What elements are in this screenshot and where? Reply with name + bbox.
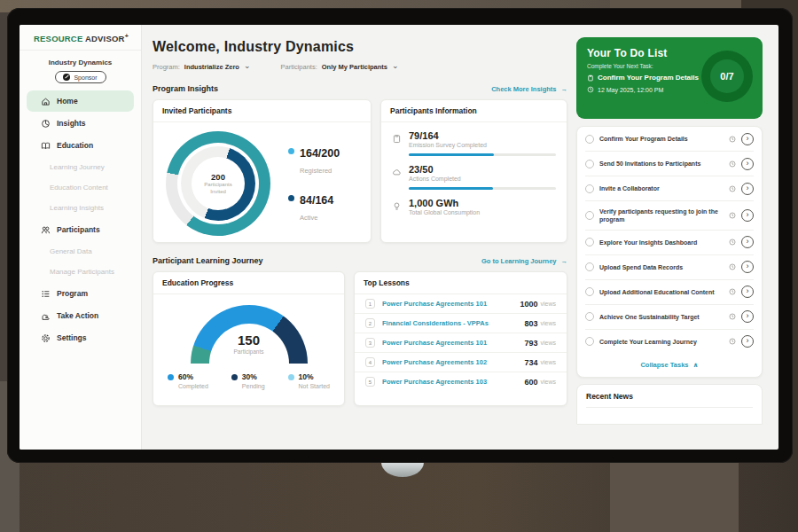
todo-item-label: Upload Additional Educational Content <box>599 288 724 296</box>
sidebar-item-general-data[interactable]: General Data <box>20 241 141 262</box>
todo-item-label: Explore Your Insights Dashboard <box>599 239 724 246</box>
todo-item-label: Verify participants requesting to join t… <box>599 207 724 224</box>
stat-row: 23/50 Actions Completed <box>381 156 567 182</box>
checkbox-icon[interactable] <box>585 211 594 220</box>
checkbox-icon[interactable] <box>585 160 594 168</box>
sidebar-item-label: Education Content <box>50 184 108 192</box>
todo-item[interactable]: Achieve One Sustainability Target › <box>585 304 754 329</box>
todo-item[interactable]: Confirm Your Program Details › <box>585 127 754 151</box>
card-title: Education Progress <box>153 272 344 294</box>
lesson-row: 1 Power Purchase Agreements 101 1000 vie… <box>355 294 567 314</box>
program-insights-header: Program Insights Check More Insights → <box>153 84 567 93</box>
chevron-right-button[interactable]: › <box>741 310 754 323</box>
top-lessons-card: Top Lessons 1 Power Purchase Agreements … <box>354 271 567 406</box>
lesson-rank: 2 <box>365 318 375 328</box>
sidebar-item-learning-insights[interactable]: Learning Insights <box>20 198 141 218</box>
todo-item[interactable]: Explore Your Insights Dashboard › <box>585 230 754 254</box>
invited-chart-body: 200 Participants Invited 164/200 Registe… <box>153 122 371 236</box>
checkbox-icon[interactable] <box>585 135 594 144</box>
sidebar-item-settings[interactable]: Settings <box>27 327 134 348</box>
org-name: Industry Dynamics <box>20 59 141 66</box>
clock-icon <box>729 185 736 192</box>
chevron-right-button[interactable]: › <box>741 286 754 298</box>
todo-item[interactable]: Upload Spend Data Records › <box>585 254 754 279</box>
chevron-right-button[interactable]: › <box>741 335 754 348</box>
sidebar-item-home[interactable]: Home <box>27 90 134 112</box>
chevron-down-icon[interactable]: ⌄ <box>244 62 251 70</box>
logo-primary: RESOURCE <box>34 34 82 43</box>
todo-item[interactable]: Verify participants requesting to join t… <box>585 200 754 230</box>
clock-icon <box>729 288 736 295</box>
sidebar-item-learning-journey[interactable]: Learning Journey <box>20 157 141 177</box>
lesson-link[interactable]: Power Purchase Agreements 101 <box>382 300 520 308</box>
program-filter[interactable]: Program: Industrialize Zero ⌄ <box>153 63 251 71</box>
collapse-tasks-link[interactable]: Collapse Tasks∧ <box>585 354 754 377</box>
clock-icon <box>729 239 736 246</box>
chevron-right-button[interactable]: › <box>741 183 754 195</box>
checkbox-icon[interactable] <box>585 184 594 193</box>
chevron-down-icon[interactable]: ⌄ <box>392 62 399 70</box>
checkbox-icon[interactable] <box>585 238 594 246</box>
chevron-right-icon: › <box>747 135 749 143</box>
sidebar-item-label: Learning Insights <box>50 204 104 212</box>
participants-information-card: Participants Information 79/164 Emission… <box>380 99 567 243</box>
stat-value: 79/164 <box>409 130 487 141</box>
chevron-right-button[interactable]: › <box>741 133 754 145</box>
people-icon <box>41 225 51 235</box>
background-desk-band <box>610 463 739 532</box>
lesson-link[interactable]: Power Purchase Agreements 103 <box>382 378 524 386</box>
sidebar-item-education-content[interactable]: Education Content <box>20 177 141 198</box>
chevron-right-button[interactable]: › <box>741 261 754 273</box>
participants-filter-label: Participants: <box>281 63 317 71</box>
stat-value: 1,000 GWh <box>409 198 480 208</box>
todo-item[interactable]: Upload Additional Educational Content › <box>585 279 754 304</box>
chevron-right-button[interactable]: › <box>741 158 754 170</box>
checkbox-icon[interactable] <box>585 312 594 321</box>
list-icon <box>41 289 51 299</box>
education-progress-card: Education Progress 150 Participants 60% … <box>153 271 345 406</box>
checkbox-icon[interactable] <box>585 337 594 346</box>
todo-item[interactable]: Complete Your Learning Journey › <box>585 329 754 354</box>
sidebar-item-take-action[interactable]: Take Action <box>27 305 134 326</box>
views-suffix: views <box>540 301 556 307</box>
sponsor-label: Sponsor <box>74 74 97 81</box>
lesson-link[interactable]: Financial Considerations - VPPAs <box>382 319 524 327</box>
todo-item[interactable]: Invite a Collaborator › <box>585 176 754 200</box>
sidebar-item-manage-participants[interactable]: Manage Participants <box>20 262 141 282</box>
legend-label: Pending <box>242 383 265 389</box>
app-logo: RESOURCE ADVISOR+ <box>20 25 141 51</box>
dashboard-screen: RESOURCE ADVISOR+ Industry Dynamics Spon… <box>20 25 778 450</box>
stat-row: 79/164 Emission Survey Completed <box>381 122 567 148</box>
survey-icon <box>392 134 402 144</box>
insights-cards-row: Invited Participants 200 Participants In… <box>153 99 567 243</box>
todo-header-card: Your To Do List Complete Your Next Task:… <box>576 37 763 119</box>
chevron-right-button[interactable]: › <box>741 236 754 248</box>
lesson-rank: 5 <box>365 377 375 387</box>
gauge-center: 150 Participants <box>191 333 308 355</box>
todo-item-label: Confirm Your Program Details <box>599 135 724 143</box>
checkbox-icon[interactable] <box>585 262 594 271</box>
legend-item: 30% Pending <box>231 372 265 389</box>
sidebar-item-insights[interactable]: Insights <box>27 113 134 134</box>
sidebar-item-program[interactable]: Program <box>27 283 134 304</box>
todo-item[interactable]: Send 50 Invitations to Participants › <box>585 151 754 176</box>
stat-value: 23/50 <box>409 164 461 175</box>
sidebar-item-label: Manage Participants <box>50 268 114 276</box>
sidebar-item-education[interactable]: Education <box>27 135 134 156</box>
views-suffix: views <box>540 379 556 385</box>
check-more-insights-link[interactable]: Check More Insights → <box>491 85 567 93</box>
go-to-learning-journey-link[interactable]: Go to Learning Journey → <box>481 257 567 265</box>
sidebar-item-label: Program <box>57 289 88 298</box>
lesson-link[interactable]: Power Purchase Agreements 102 <box>382 358 524 366</box>
views-suffix: views <box>540 359 556 365</box>
logo-plus: + <box>125 33 129 39</box>
card-title: Invited Participants <box>153 100 371 122</box>
lesson-link[interactable]: Power Purchase Agreements 101 <box>382 339 524 347</box>
sidebar-item-participants[interactable]: Participants <box>27 219 134 240</box>
home-icon <box>41 97 51 106</box>
participants-filter[interactable]: Participants: Only My Participants ⌄ <box>281 63 399 71</box>
lesson-views: 734 <box>524 358 537 367</box>
pie-chart-icon <box>41 119 51 129</box>
chevron-right-button[interactable]: › <box>741 209 754 222</box>
checkbox-icon[interactable] <box>585 287 594 296</box>
